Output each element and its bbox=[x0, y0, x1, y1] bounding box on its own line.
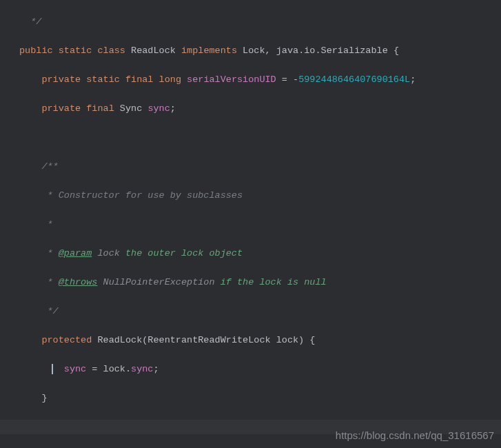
code-line: * @throws NullPointerException if the lo… bbox=[19, 275, 501, 289]
code-line: /** bbox=[19, 159, 501, 174]
code-editor[interactable]: */ public static class ReadLock implemen… bbox=[0, 0, 501, 448]
code-line: public static class ReadLock implements … bbox=[19, 43, 501, 58]
code-line: private final Sync sync; bbox=[19, 101, 501, 116]
code-line: */ bbox=[19, 14, 501, 29]
code-line: * bbox=[19, 217, 501, 232]
code-line: sync = lock.sync; bbox=[19, 362, 501, 376]
code-line: * Constructor for use by subclasses bbox=[19, 188, 501, 203]
code-line: private static final long serialVersionU… bbox=[19, 72, 501, 87]
code-line: */ bbox=[19, 304, 501, 318]
code-line: protected ReadLock(ReentrantReadWriteLoc… bbox=[19, 333, 501, 347]
code-line: } bbox=[19, 391, 501, 405]
code-line bbox=[19, 130, 501, 145]
code-line: * @param lock the outer lock object bbox=[19, 246, 501, 261]
watermark-text: https://blog.csdn.net/qq_31616567 bbox=[336, 428, 494, 442]
